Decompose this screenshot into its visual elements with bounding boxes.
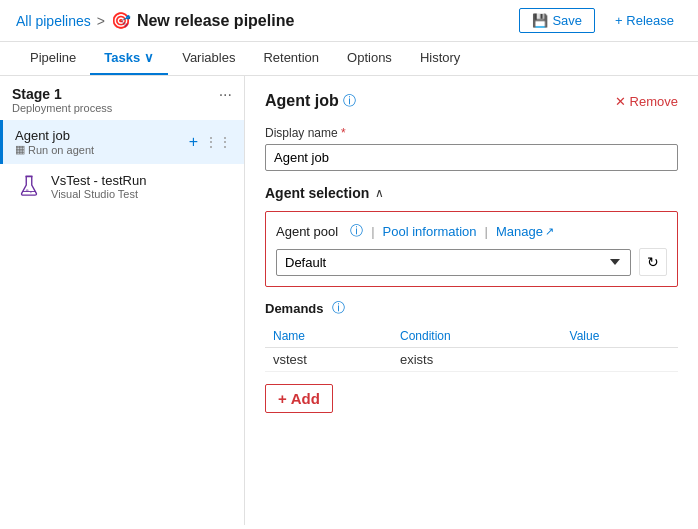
agent-selection-chevron-icon[interactable]: ∧ [375,186,384,200]
add-task-button[interactable]: + [189,133,198,151]
tab-options-label: Options [347,50,392,65]
col-value: Value [562,325,678,348]
tab-history[interactable]: History [406,42,474,75]
tasks-chevron-icon: ∨ [144,50,154,65]
pool-select-row: Default Hosted Hosted VS2017 Hosted macO… [276,248,667,276]
demands-title: Demands [265,301,324,316]
display-name-input[interactable] [265,144,678,171]
page-title: New release pipeline [137,12,294,30]
add-label: Add [291,390,320,407]
refresh-button[interactable]: ↻ [639,248,667,276]
pipeline-icon: 🎯 [111,11,131,30]
main-layout: Stage 1 Deployment process ··· Agent job… [0,76,698,525]
agent-pool-row: Agent pool ⓘ | Pool information | Manage… [276,222,667,240]
section-title: Agent job [265,92,339,110]
app-header: All pipelines > 🎯 New release pipeline 💾… [0,0,698,42]
stage-title: Stage 1 [12,86,112,102]
svg-point-2 [30,192,32,194]
release-label: + Release [615,13,674,28]
save-icon: 💾 [532,13,548,28]
stage-subtitle: Deployment process [12,102,112,114]
manage-label: Manage [496,224,543,239]
refresh-icon: ↻ [647,254,659,270]
add-demand-button[interactable]: + Add [265,384,333,413]
display-name-field: Display name * [265,126,678,185]
section-header-row: Agent job ⓘ ✕ Remove [265,92,678,110]
sidebar: Stage 1 Deployment process ··· Agent job… [0,76,245,525]
sidebar-item-agent-job-content: Agent job ▦ Run on agent [15,128,189,156]
tab-history-label: History [420,50,460,65]
manage-link[interactable]: Manage ↗ [496,224,554,239]
agent-selection-title: Agent selection [265,185,369,201]
save-label: Save [552,13,582,28]
breadcrumb-separator: > [97,13,105,29]
header-right: 💾 Save + Release [519,8,682,33]
pool-select[interactable]: Default Hosted Hosted VS2017 Hosted macO… [276,249,631,276]
col-condition: Condition [392,325,562,348]
agent-pool-info-icon[interactable]: ⓘ [350,222,363,240]
tab-tasks[interactable]: Tasks ∨ [90,42,168,75]
svg-point-1 [26,189,29,192]
table-row: vstest exists [265,348,678,372]
sidebar-item-vstest[interactable]: VsTest - testRun Visual Studio Test [0,164,244,208]
tab-variables-label: Variables [182,50,235,65]
external-link-icon: ↗ [545,225,554,238]
pipe-separator-1: | [371,224,374,239]
demands-info-icon[interactable]: ⓘ [332,299,345,317]
tab-variables[interactable]: Variables [168,42,249,75]
display-name-label: Display name * [265,126,678,140]
demands-table-header-row: Name Condition Value [265,325,678,348]
tab-tasks-label: Tasks [104,50,140,65]
sidebar-item-vstest-sub: Visual Studio Test [51,188,232,200]
vstest-flask-icon [15,172,43,200]
drag-handle[interactable]: ⋮⋮ [204,134,232,150]
tab-pipeline-label: Pipeline [30,50,76,65]
pool-information-link[interactable]: Pool information [383,224,477,239]
col-name: Name [265,325,392,348]
tab-retention[interactable]: Retention [249,42,333,75]
demands-table-header: Name Condition Value [265,325,678,348]
demand-value [562,348,678,372]
tab-options[interactable]: Options [333,42,406,75]
demand-name: vstest [265,348,392,372]
sidebar-item-vstest-content: VsTest - testRun Visual Studio Test [51,173,232,200]
agent-job-info-icon[interactable]: ⓘ [343,92,356,110]
main-content: Agent job ⓘ ✕ Remove Display name * Agen… [245,76,698,525]
nav-tabs: Pipeline Tasks ∨ Variables Retention Opt… [0,42,698,76]
demands-table-body: vstest exists [265,348,678,372]
agent-pool-box: Agent pool ⓘ | Pool information | Manage… [265,211,678,287]
demands-header: Demands ⓘ [265,299,678,317]
demand-condition: exists [392,348,562,372]
stage-header: Stage 1 Deployment process ··· [0,76,244,120]
add-icon: + [278,390,287,407]
save-button[interactable]: 💾 Save [519,8,595,33]
header-left: All pipelines > 🎯 New release pipeline [16,11,294,30]
run-on-agent-icon: ▦ [15,143,25,156]
tab-retention-label: Retention [263,50,319,65]
sidebar-item-agent-job-sub: ▦ Run on agent [15,143,189,156]
remove-label: Remove [630,94,678,109]
sidebar-item-agent-job-actions: + ⋮⋮ [189,133,232,151]
demands-table: Name Condition Value vstest exists [265,325,678,372]
remove-x-icon: ✕ [615,94,626,109]
agent-pool-label: Agent pool [276,224,338,239]
agent-selection-header: Agent selection ∧ [265,185,678,201]
release-button[interactable]: + Release [607,9,682,32]
stage-info: Stage 1 Deployment process [12,86,112,114]
sidebar-item-agent-job[interactable]: Agent job ▦ Run on agent + ⋮⋮ [0,120,244,164]
breadcrumb-link[interactable]: All pipelines [16,13,91,29]
sidebar-item-agent-job-title: Agent job [15,128,189,143]
pipe-separator-2: | [485,224,488,239]
sidebar-item-vstest-title: VsTest - testRun [51,173,232,188]
section-title-row: Agent job ⓘ [265,92,356,110]
remove-button[interactable]: ✕ Remove [615,94,678,109]
stage-menu-button[interactable]: ··· [219,86,232,104]
svg-rect-0 [25,175,32,177]
required-marker: * [341,126,346,140]
tab-pipeline[interactable]: Pipeline [16,42,90,75]
